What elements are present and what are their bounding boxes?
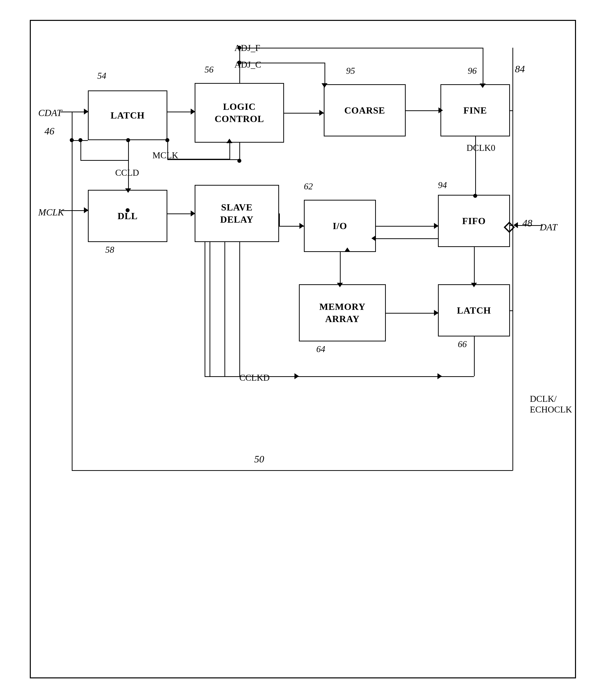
- wire-fine-down: [475, 136, 476, 195]
- crossover-symbol: ◇: [504, 218, 514, 234]
- ref-84: 84: [515, 63, 525, 75]
- block-slave-delay-label: SLAVEDELAY: [220, 201, 254, 226]
- block-logic-control: LOGICCONTROL: [195, 83, 284, 143]
- wire-lc-bottom: [239, 143, 240, 159]
- ref-50: 50: [254, 453, 264, 465]
- wire-bottom-echoclk: [72, 470, 512, 471]
- ref-96: 96: [468, 66, 477, 76]
- wire-cclkd-latch2: [299, 376, 474, 377]
- dot-mclk-dll: [126, 208, 129, 212]
- ref-48: 48: [523, 217, 532, 229]
- block-fifo-label: FIFO: [462, 215, 486, 226]
- block-fifo: FIFO: [438, 195, 510, 247]
- wire-ccld-h: [81, 160, 128, 161]
- wire-coarse-to-fine: [406, 110, 441, 111]
- dot-adjf-lc: [237, 46, 241, 50]
- arrow-adj-f: [480, 83, 486, 88]
- wire-io-fifo: [376, 226, 439, 227]
- dot-latch-bottom: [165, 138, 169, 142]
- arrow-coarse-fine: [439, 107, 443, 113]
- signal-cclkd: CCLKD: [239, 373, 269, 383]
- wire-adj-f-top: [239, 48, 483, 49]
- wire-mclk-to-latch-top: [72, 140, 88, 141]
- wire-left-to-bottom: [72, 470, 72, 471]
- wire-latch2-right: [510, 310, 513, 311]
- block-slave-delay: SLAVEDELAY: [195, 185, 279, 242]
- wire-adj-c: [239, 63, 324, 63]
- wire-ccld-v: [81, 140, 81, 161]
- wire-lc-to-coarse: [284, 113, 324, 113]
- signal-mclk-in: MCLK: [38, 207, 64, 218]
- arrow-cclkd-latch2: [437, 373, 442, 379]
- wire-latch2-down: [474, 336, 475, 376]
- arrow-io-mem: [337, 283, 343, 287]
- ref-94: 94: [438, 180, 447, 190]
- block-fine: FINE: [441, 84, 510, 136]
- wire-latch-dll: [128, 140, 129, 190]
- wire-slave-down2: [224, 242, 225, 376]
- ref-95: 95: [346, 66, 355, 76]
- arrow-dll-slave: [191, 211, 195, 216]
- block-memory-array: MEMORYARRAY: [299, 284, 386, 341]
- wire-dclk0-fifo: [475, 195, 476, 196]
- block-latch1: LATCH: [88, 91, 167, 140]
- block-latch2-label: LATCH: [457, 305, 491, 316]
- signal-ccld: CCLD: [115, 167, 139, 178]
- wire-fine-right: [510, 110, 513, 111]
- arrow-io-fifo: [434, 223, 439, 229]
- signal-dclk0: DCLK0: [467, 143, 495, 153]
- wire-adj-c-down: [324, 63, 325, 85]
- arrow-adj-c: [321, 83, 328, 88]
- wire-dat-in: [518, 225, 543, 226]
- wire-right-bus-top: [512, 48, 513, 470]
- block-io: I/O: [304, 200, 376, 252]
- wire-fifo-cross: [510, 225, 513, 226]
- arrow-cclkd-mem: [294, 373, 299, 379]
- block-memory-array-label: MEMORYARRAY: [319, 301, 365, 325]
- wire-left-tall: [72, 111, 72, 471]
- arrow-mem-latch2: [434, 310, 439, 316]
- wire-slave-v-long: [239, 242, 240, 377]
- ref-46: 46: [44, 125, 54, 137]
- arrow-mem-io: [344, 247, 350, 252]
- wire-slave-to-io-v: [279, 214, 280, 226]
- block-latch2: LATCH: [438, 284, 510, 336]
- block-dll: DLL: [88, 190, 167, 242]
- arrow-mclk-lc: [226, 139, 232, 143]
- ref-62: 62: [304, 181, 313, 192]
- wire-slave-mem-left: [210, 242, 210, 377]
- ref-54: 54: [97, 70, 106, 81]
- ref-58: 58: [105, 244, 114, 255]
- arrow-dat: [513, 222, 518, 228]
- dot-fine-dclk0: [473, 194, 477, 198]
- arrow-latch-lc: [191, 109, 195, 115]
- wire-mclk-h-dll: [72, 210, 88, 211]
- arrow-ccld-dll: [125, 188, 131, 193]
- wire-adj-f-down: [483, 48, 483, 85]
- arrow-fifo-io: [372, 235, 376, 241]
- signal-dat: DAT: [540, 221, 557, 232]
- wire-slave-down1: [205, 242, 205, 376]
- block-coarse: COARSE: [324, 84, 406, 136]
- ref-56: 56: [205, 64, 213, 75]
- block-io-label: I/O: [333, 220, 347, 231]
- wire-latch-mclk-v: [167, 140, 168, 160]
- arrow-lc-coarse: [319, 110, 324, 116]
- wire-mem-right: [386, 313, 439, 313]
- arrow-fifo-latch2: [471, 283, 477, 287]
- diagram-container: LATCH 54 LOGICCONTROL 56 COARSE 95 FINE …: [30, 20, 576, 678]
- wire-mclk-up-lc: [230, 143, 230, 159]
- wire-right-bus-bottom: [512, 443, 513, 471]
- dot-latch-ccld: [126, 138, 130, 142]
- block-coarse-label: COARSE: [344, 105, 385, 116]
- arrow-slave-io: [300, 223, 304, 229]
- signal-cdat: CDAT: [38, 107, 62, 118]
- wire-io-mem: [340, 252, 340, 285]
- wire-fifo-io-ret: [376, 238, 439, 239]
- signal-dclk-echoclk: DCLK/ECHOCLK: [530, 394, 572, 415]
- wire-mclk-lc: [167, 159, 240, 160]
- dot-adjc-lc: [237, 60, 241, 65]
- block-fine-label: FINE: [463, 105, 487, 116]
- ref-66: 66: [458, 339, 467, 349]
- arrow-cdat: [84, 109, 88, 115]
